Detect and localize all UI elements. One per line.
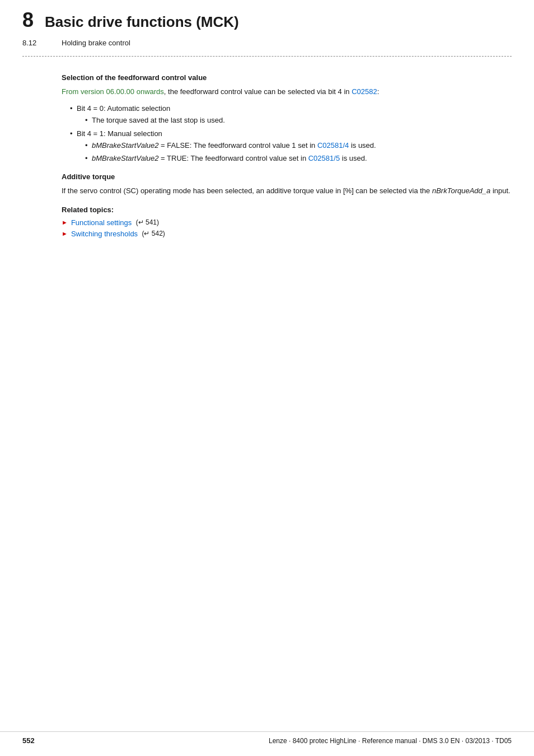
switching-thresholds-link[interactable]: Switching thresholds xyxy=(71,230,138,238)
feedforward-bullet-list: Bit 4 = 0: Automatic selection The torqu… xyxy=(70,103,512,164)
subchapter-title: Holding brake control xyxy=(62,39,130,47)
sub-bullet-item-0-0: The torque saved at the last stop is use… xyxy=(85,115,512,126)
related-topics-section: Related topics: ► Functional settings (↵… xyxy=(62,206,512,238)
bullet-item-bit0: Bit 4 = 0: Automatic selection The torqu… xyxy=(70,103,512,126)
feedforward-section: Selection of the feedforward control val… xyxy=(62,73,512,164)
c02581-4-link[interactable]: C02581/4 xyxy=(317,141,349,150)
c02582-link[interactable]: C02582 xyxy=(352,87,377,96)
footer-doc-info: Lenze · 8400 protec HighLine · Reference… xyxy=(269,737,512,745)
functional-settings-link[interactable]: Functional settings xyxy=(71,218,132,227)
version-link[interactable]: From version 06.00.00 onwards xyxy=(62,87,164,96)
sub-bullet-item-1-0: bMBrakeStartValue2 = FALSE: The feedforw… xyxy=(85,140,512,151)
additive-torque-section: Additive torque If the servo control (SC… xyxy=(62,172,512,197)
footer-page-number: 552 xyxy=(22,736,35,745)
main-content: Selection of the feedforward control val… xyxy=(0,68,534,263)
related-link-item-0: ► Functional settings (↵ 541) xyxy=(62,218,512,227)
page: 8 Basic drive functions (MCK) 8.12 Holdi… xyxy=(0,0,534,756)
bullet-item-bit1: Bit 4 = 1: Manual selection bMBrakeStart… xyxy=(70,128,512,164)
subchapter-row: 8.12 Holding brake control xyxy=(0,36,534,53)
chapter-title: Basic drive functions (MCK) xyxy=(45,13,239,31)
sub-bullet-list-0: The torque saved at the last stop is use… xyxy=(85,115,512,126)
chapter-number: 8 xyxy=(22,10,34,30)
related-link-item-1: ► Switching thresholds (↵ 542) xyxy=(62,230,512,238)
header: 8 Basic drive functions (MCK) xyxy=(0,0,534,36)
sub-bullet-list-1: bMBrakeStartValue2 = FALSE: The feedforw… xyxy=(85,140,512,164)
section-divider xyxy=(22,56,512,57)
arrow-icon-1: ► xyxy=(62,230,68,237)
additive-torque-heading: Additive torque xyxy=(62,172,512,181)
arrow-icon-0: ► xyxy=(62,219,68,226)
c02581-5-link[interactable]: C02581/5 xyxy=(308,154,340,162)
sub-bullet-item-1-1: bMBrakeStartValue2 = TRUE: The feedforwa… xyxy=(85,153,512,164)
related-topics-heading: Related topics: xyxy=(62,206,512,214)
feedforward-intro: From version 06.00.00 onwards, the feedf… xyxy=(62,86,512,97)
footer: 552 Lenze · 8400 protec HighLine · Refer… xyxy=(0,731,534,745)
subchapter-number: 8.12 xyxy=(22,39,50,47)
feedforward-heading: Selection of the feedforward control val… xyxy=(62,73,512,82)
additive-torque-text: If the servo control (SC) operating mode… xyxy=(62,185,512,197)
